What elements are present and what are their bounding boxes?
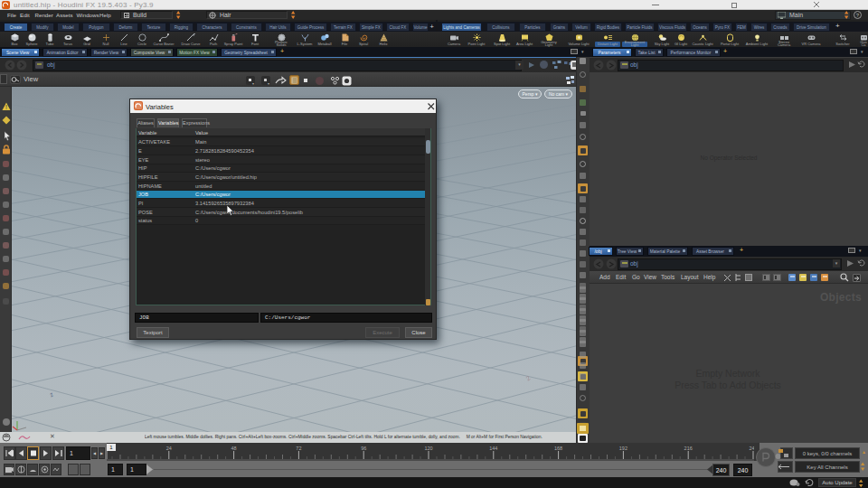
svg-text:144: 144 — [489, 446, 497, 451]
svg-text:168: 168 — [554, 446, 562, 451]
svg-text:192: 192 — [619, 446, 627, 451]
svg-text:!: ! — [5, 104, 7, 110]
svg-text:48: 48 — [231, 446, 237, 451]
svg-text:216: 216 — [684, 446, 693, 451]
svg-text:96: 96 — [361, 446, 366, 451]
svg-text:24: 24 — [166, 446, 172, 451]
svg-text:72: 72 — [296, 446, 301, 451]
svg-text:120: 120 — [424, 446, 432, 451]
